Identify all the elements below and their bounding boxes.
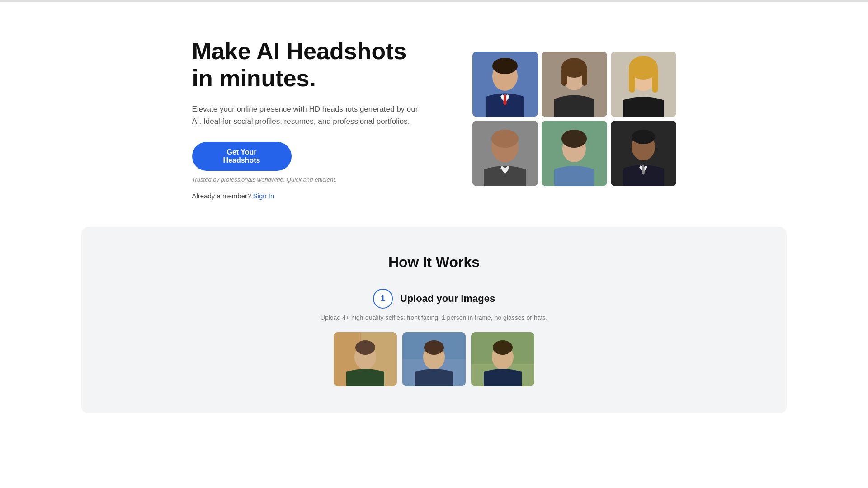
step-1-description: Upload 4+ high-quality selfies: front fa… — [321, 314, 547, 321]
headshot-image-5 — [542, 121, 607, 186]
svg-point-34 — [493, 340, 513, 355]
hero-description: Elevate your online presence with HD hea… — [192, 103, 418, 127]
headshot-image-3 — [611, 52, 676, 117]
svg-point-15 — [491, 130, 519, 148]
sample-image-1 — [334, 332, 397, 386]
hero-left-content: Make AI Headshots in minutes. Elevate yo… — [192, 38, 418, 200]
headshot-image-2 — [542, 52, 607, 117]
trusted-text: Trusted by professionals worldwide. Quic… — [192, 176, 418, 183]
svg-point-30 — [424, 340, 444, 355]
sample-images-row — [334, 332, 534, 386]
get-headshots-button[interactable]: Get Your Headshots — [192, 142, 292, 171]
headshot-image-6 — [611, 121, 676, 186]
sample-image-2 — [402, 332, 466, 386]
sample-image-3 — [471, 332, 534, 386]
svg-rect-6 — [561, 68, 567, 86]
svg-rect-12 — [652, 68, 658, 93]
step-1-number: 1 — [373, 289, 393, 309]
headshot-image-1 — [472, 52, 538, 117]
how-it-works-section: How It Works 1 Upload your images Upload… — [81, 227, 787, 413]
how-it-works-title: How It Works — [118, 254, 750, 271]
hero-section: Make AI Headshots in minutes. Elevate yo… — [0, 2, 868, 227]
svg-point-26 — [355, 340, 375, 355]
svg-point-22 — [632, 130, 655, 144]
svg-point-19 — [561, 130, 587, 148]
headshot-grid — [472, 52, 676, 186]
step-1-header: 1 Upload your images — [373, 289, 495, 309]
step-1: 1 Upload your images Upload 4+ high-qual… — [118, 289, 750, 386]
step-1-title: Upload your images — [400, 293, 495, 305]
sign-in-row: Already a member? Sign In — [192, 192, 418, 200]
headshot-image-4 — [472, 121, 538, 186]
svg-rect-11 — [629, 68, 635, 93]
hero-title: Make AI Headshots in minutes. — [192, 38, 418, 92]
sign-in-link[interactable]: Sign In — [253, 192, 274, 200]
already-member-text: Already a member? — [192, 192, 251, 200]
svg-point-2 — [492, 58, 518, 74]
svg-rect-7 — [582, 68, 587, 86]
